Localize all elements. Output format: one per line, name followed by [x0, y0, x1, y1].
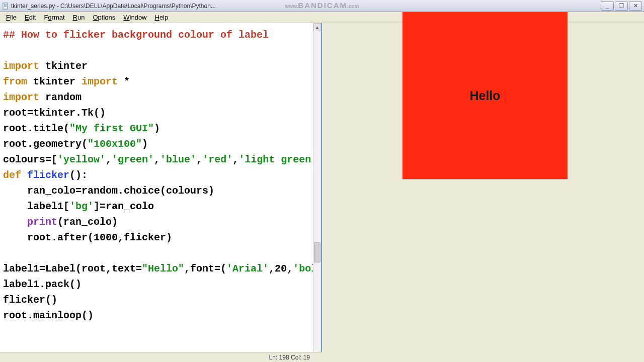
scroll-thumb[interactable]	[314, 242, 320, 262]
vertical-scrollbar[interactable]: ▲ ▼	[313, 23, 321, 362]
scroll-track[interactable]	[313, 31, 321, 354]
menu-window[interactable]: Window	[119, 13, 150, 22]
python-file-icon	[2, 3, 9, 10]
menu-run[interactable]: Run	[69, 13, 89, 22]
code-text[interactable]: ## How to flicker background colour of l…	[0, 23, 321, 327]
svg-rect-0	[3, 3, 8, 9]
window-controls: _ ❐ ✕	[601, 2, 642, 11]
title-bar: tkinter_series.py - C:\Users\DELL\AppDat…	[0, 0, 644, 12]
menu-file[interactable]: File	[2, 13, 21, 22]
minimize-button[interactable]: _	[601, 2, 614, 11]
window-title: tkinter_series.py - C:\Users\DELL\AppDat…	[11, 3, 601, 10]
menu-options[interactable]: Options	[89, 13, 119, 22]
menu-help[interactable]: Help	[151, 13, 173, 22]
output-pane: Hello	[322, 23, 644, 362]
cursor-position: Ln: 198 Col: 19	[269, 354, 310, 361]
status-bar: Ln: 198 Col: 19	[0, 352, 322, 362]
hello-label: Hello	[469, 88, 500, 103]
menu-format[interactable]: Format	[40, 13, 68, 22]
scroll-up-arrow-icon[interactable]: ▲	[313, 23, 321, 31]
main-area: ## How to flicker background colour of l…	[0, 23, 644, 362]
maximize-button[interactable]: ❐	[615, 2, 628, 11]
close-button[interactable]: ✕	[629, 2, 642, 11]
menu-edit[interactable]: Edit	[21, 13, 40, 22]
editor-pane[interactable]: ## How to flicker background colour of l…	[0, 23, 322, 362]
tkinter-output-window[interactable]: Hello	[403, 12, 568, 179]
